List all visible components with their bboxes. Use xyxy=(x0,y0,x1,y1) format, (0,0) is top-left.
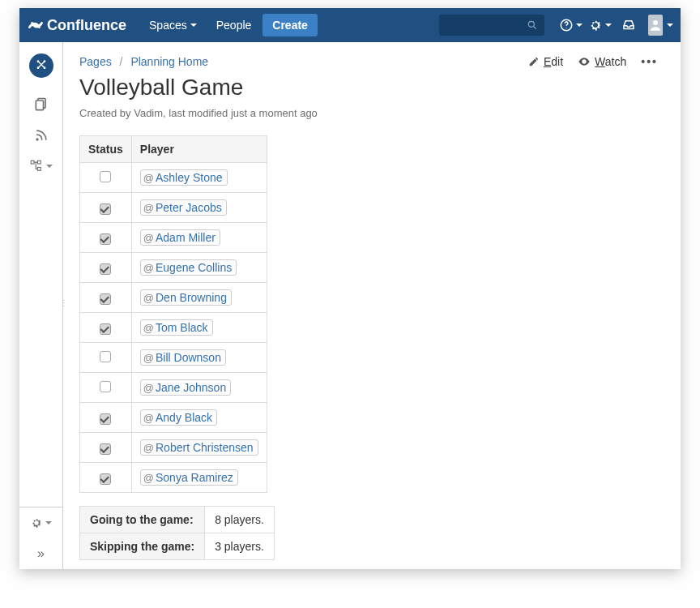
table-row: @Andy Black xyxy=(80,403,267,433)
breadcrumb-pages[interactable]: Pages xyxy=(79,55,112,68)
caret-down-icon xyxy=(45,521,52,525)
status-checkbox[interactable] xyxy=(100,443,111,455)
user-mention[interactable]: @Peter Jacobs xyxy=(140,199,227,216)
at-symbol: @ xyxy=(143,352,154,364)
mention-name: Sonya Ramirez xyxy=(156,471,233,484)
user-mention[interactable]: @Andy Black xyxy=(140,409,217,426)
at-symbol: @ xyxy=(143,232,154,244)
table-row: @Adam Miller xyxy=(80,223,267,253)
inbox-icon xyxy=(621,18,636,32)
user-mention[interactable]: @Jane Johnson xyxy=(140,379,231,396)
svg-point-6 xyxy=(43,60,45,62)
at-symbol: @ xyxy=(143,472,154,484)
user-mention[interactable]: @Eugene Collins xyxy=(140,259,237,276)
search-icon xyxy=(527,19,538,31)
user-mention[interactable]: @Adam Miller xyxy=(140,229,220,246)
sidebar-expand-button[interactable]: » xyxy=(19,538,62,569)
notifications-button[interactable] xyxy=(616,12,642,38)
page-title: Volleyball Game xyxy=(79,75,658,101)
status-checkbox[interactable] xyxy=(100,263,111,275)
status-cell xyxy=(80,283,132,313)
expand-icon: » xyxy=(37,546,45,561)
status-checkbox[interactable] xyxy=(100,413,111,425)
status-checkbox[interactable] xyxy=(100,473,111,485)
status-checkbox[interactable] xyxy=(100,203,111,215)
edit-button[interactable]: Edit xyxy=(528,55,563,68)
page-meta: Created by Vadim, last modified just a m… xyxy=(79,107,658,119)
col-player-header: Player xyxy=(131,136,267,163)
player-cell: @Tom Black xyxy=(131,313,267,343)
mention-name: Jane Johnson xyxy=(156,381,226,394)
mention-name: Andy Black xyxy=(156,411,212,424)
status-cell xyxy=(80,163,132,193)
status-cell xyxy=(80,463,132,493)
sidebar-resize-handle[interactable]: ⋮ xyxy=(63,302,68,304)
watch-button[interactable]: Watch xyxy=(578,55,626,68)
left-sidebar: » xyxy=(19,42,63,569)
watch-label: Watch xyxy=(595,55,626,68)
search-input[interactable] xyxy=(439,15,544,36)
table-row: @Eugene Collins xyxy=(80,253,267,283)
nav-spaces[interactable]: Spaces xyxy=(141,14,205,36)
table-row: @Den Browning xyxy=(80,283,267,313)
svg-point-0 xyxy=(528,21,534,27)
status-checkbox[interactable] xyxy=(100,351,111,362)
pencil-icon xyxy=(528,56,540,67)
help-icon xyxy=(559,18,574,32)
status-cell xyxy=(80,343,132,373)
sidebar-tree-button[interactable] xyxy=(28,152,55,180)
sidebar-pages-button[interactable] xyxy=(28,91,55,118)
summary-going-value: 8 players. xyxy=(205,507,275,533)
caret-down-icon xyxy=(190,24,197,27)
player-cell: @Bill Downson xyxy=(131,343,267,373)
table-row: @Peter Jacobs xyxy=(80,193,267,223)
more-actions-button[interactable]: ••• xyxy=(641,55,658,68)
user-mention[interactable]: @Den Browning xyxy=(140,289,232,306)
user-mention[interactable]: @Sonya Ramirez xyxy=(140,469,238,486)
player-cell: @Ashley Stone xyxy=(131,163,267,193)
caret-down-icon xyxy=(667,24,673,27)
caret-down-icon xyxy=(46,165,53,168)
svg-line-1 xyxy=(534,27,536,29)
caret-down-icon xyxy=(605,24,612,27)
table-row: @Tom Black xyxy=(80,313,267,343)
summary-skip-label: Skipping the game: xyxy=(80,533,205,560)
create-button[interactable]: Create xyxy=(262,14,318,36)
svg-point-11 xyxy=(36,138,38,140)
nav-people[interactable]: People xyxy=(208,14,260,36)
confluence-logo-icon xyxy=(28,17,44,33)
player-cell: @Eugene Collins xyxy=(131,253,267,283)
profile-menu[interactable] xyxy=(645,12,671,38)
user-mention[interactable]: @Tom Black xyxy=(140,319,213,336)
user-mention[interactable]: @Bill Downson xyxy=(140,349,226,366)
sidebar-blog-button[interactable] xyxy=(28,122,55,149)
status-cell xyxy=(80,253,132,283)
status-cell xyxy=(80,373,132,403)
admin-menu[interactable] xyxy=(587,12,612,38)
at-symbol: @ xyxy=(143,172,154,184)
col-status-header: Status xyxy=(80,136,132,163)
status-checkbox[interactable] xyxy=(100,233,111,245)
status-checkbox[interactable] xyxy=(100,293,111,305)
eye-icon xyxy=(578,55,591,68)
user-mention[interactable]: @Ashley Stone xyxy=(140,169,228,186)
mention-name: Peter Jacobs xyxy=(156,201,222,214)
status-checkbox[interactable] xyxy=(100,171,111,182)
svg-point-5 xyxy=(36,60,39,62)
space-avatar[interactable] xyxy=(29,54,53,78)
status-checkbox[interactable] xyxy=(100,323,111,335)
status-checkbox[interactable] xyxy=(100,381,111,392)
player-cell: @Den Browning xyxy=(131,283,267,313)
player-cell: @Jane Johnson xyxy=(131,373,267,403)
breadcrumb-planning-home[interactable]: Planning Home xyxy=(130,55,208,68)
table-row: @Robert Christensen xyxy=(80,433,267,463)
user-mention[interactable]: @Robert Christensen xyxy=(140,439,258,456)
confluence-logo[interactable]: Confluence xyxy=(28,17,126,34)
sidebar-configure-button[interactable] xyxy=(19,507,62,538)
page-tree-icon xyxy=(29,159,44,173)
brand-text: Confluence xyxy=(47,17,126,34)
svg-rect-13 xyxy=(38,161,41,164)
mention-name: Robert Christensen xyxy=(156,441,254,454)
player-cell: @Andy Black xyxy=(131,403,267,433)
help-menu[interactable] xyxy=(557,12,583,38)
